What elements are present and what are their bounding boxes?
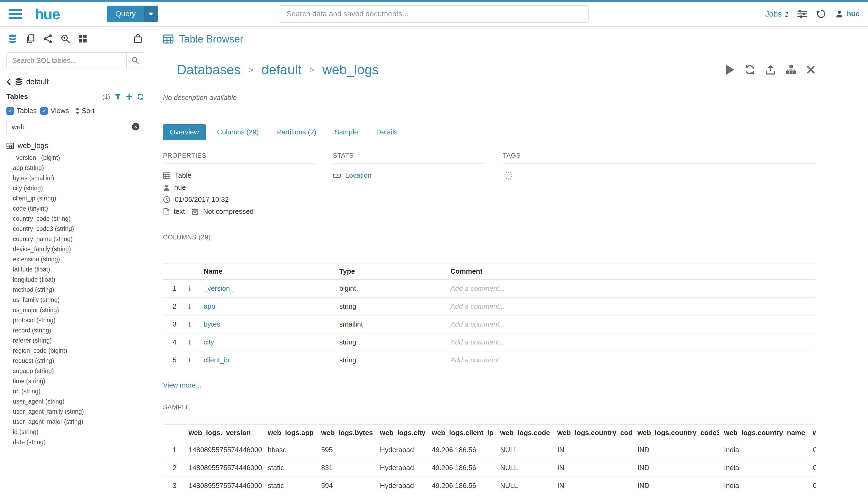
- apps-grid-icon[interactable]: [79, 34, 87, 43]
- add-icon[interactable]: [126, 93, 132, 100]
- sidebar-column-item[interactable]: record (string): [0, 325, 151, 336]
- column-name-link[interactable]: _version_: [204, 284, 234, 292]
- filter-funnel-icon[interactable]: [114, 93, 121, 100]
- column-name-link[interactable]: city: [204, 338, 214, 346]
- sidebar-column-item[interactable]: latitude (float): [0, 264, 151, 275]
- database-breadcrumb[interactable]: default: [0, 73, 151, 89]
- sidebar-column-item[interactable]: method (string): [0, 284, 151, 295]
- column-comment-placeholder[interactable]: Add a comment...: [445, 351, 816, 369]
- breadcrumb-database-default[interactable]: default: [262, 62, 302, 78]
- query-button[interactable]: Query: [107, 5, 144, 22]
- sidebar-column-item[interactable]: os_family (string): [0, 295, 151, 305]
- sidebar-column-item[interactable]: code (tinyint): [0, 203, 151, 214]
- sidebar-column-item[interactable]: referer (string): [0, 336, 151, 345]
- sidebar-column-item[interactable]: time (string): [0, 376, 151, 386]
- sample-table: web_logs._version_web_logs.appweb_logs.b…: [163, 424, 816, 494]
- sidebar-column-item[interactable]: extension (string): [0, 254, 151, 264]
- global-search-input[interactable]: [280, 5, 588, 23]
- history-icon[interactable]: [816, 9, 826, 19]
- query-dropdown-button[interactable]: [144, 5, 158, 22]
- column-name-link[interactable]: app: [204, 302, 215, 310]
- sidebar-column-item[interactable]: city (string): [0, 183, 151, 193]
- sidebar-column-item[interactable]: request (string): [0, 356, 151, 366]
- sidebar-column-item[interactable]: longitude (float): [0, 275, 151, 284]
- sample-header-index: [163, 425, 183, 441]
- column-comment-placeholder[interactable]: Add a comment...: [445, 297, 816, 315]
- info-icon[interactable]: i: [189, 356, 190, 364]
- sidebar-column-item[interactable]: protocol (string): [0, 315, 151, 325]
- columns-table: Name Type Comment 1i_version_bigintAdd a…: [163, 263, 816, 369]
- sidebar-column-item[interactable]: country_code3 (string): [0, 224, 151, 234]
- menu-icon[interactable]: [9, 9, 22, 19]
- sample-table-row: 11480895575574446000hbase595Hyderabad49.…: [163, 441, 816, 459]
- sidebar-column-item[interactable]: date (string): [0, 437, 151, 447]
- sample-table-container: web_logs._version_web_logs.appweb_logs.b…: [163, 424, 816, 494]
- tab-sample[interactable]: Sample: [328, 124, 365, 140]
- sidebar-column-item[interactable]: region_code (bigint): [0, 345, 151, 356]
- documents-icon[interactable]: [26, 34, 35, 43]
- sidebar-column-item[interactable]: device_family (string): [0, 244, 151, 254]
- username-label: hue: [847, 10, 859, 18]
- tab-overview[interactable]: Overview: [163, 124, 206, 140]
- sidebar-column-item[interactable]: subapp (string): [0, 366, 151, 376]
- properties-section: PROPERTIES Table hue: [163, 152, 315, 218]
- sample-cell: Hyderabad: [375, 459, 426, 477]
- sidebar-column-item[interactable]: user_agent_major (string): [0, 417, 151, 427]
- tab-details[interactable]: Details: [369, 124, 404, 140]
- sidebar-column-item[interactable]: os_major (string): [0, 305, 151, 315]
- sidebar-column-item[interactable]: url (string): [0, 386, 151, 396]
- sliders-icon[interactable]: [798, 10, 807, 18]
- sidebar-column-item[interactable]: _version_ (bigint): [0, 153, 151, 163]
- tab-partitions-2[interactable]: Partitions (2): [270, 124, 323, 140]
- column-comment-placeholder[interactable]: Add a comment...: [445, 315, 816, 333]
- info-icon[interactable]: i: [189, 284, 190, 292]
- user-menu[interactable]: hue: [835, 10, 859, 18]
- sort-toggle[interactable]: Sort: [75, 107, 95, 115]
- refresh-icon[interactable]: [137, 93, 144, 100]
- sidebar-column-item[interactable]: user_agent_family (string): [0, 406, 151, 417]
- sidebar-column-item[interactable]: app (string): [0, 163, 151, 173]
- view-more-link[interactable]: View more...: [163, 381, 202, 389]
- tables-checkbox[interactable]: ✓ Tables: [6, 107, 36, 115]
- database-icon: [15, 78, 22, 86]
- share-nodes-icon[interactable]: [43, 34, 52, 43]
- column-comment-placeholder[interactable]: Add a comment...: [445, 280, 816, 297]
- sql-sources-icon[interactable]: [8, 34, 17, 43]
- column-comment-placeholder[interactable]: Add a comment...: [445, 333, 816, 351]
- tab-columns-29[interactable]: Columns (29): [210, 124, 266, 140]
- sidebar-column-item[interactable]: client_ip (string): [0, 193, 151, 203]
- column-name-link[interactable]: bytes: [204, 320, 220, 328]
- sidebar-table-web-logs[interactable]: web_logs: [0, 136, 151, 153]
- sidebar-column-item[interactable]: user_agent (string): [0, 396, 151, 406]
- query-play-icon[interactable]: [725, 64, 735, 75]
- table-description[interactable]: No description available: [163, 94, 816, 102]
- importer-bag-icon[interactable]: [133, 34, 143, 44]
- breadcrumb-table-web-logs[interactable]: web_logs: [322, 62, 379, 78]
- hue-logo[interactable]: hue: [35, 5, 60, 23]
- lineage-sitemap-icon[interactable]: [785, 64, 797, 75]
- sql-tables-search-button[interactable]: [126, 52, 144, 68]
- column-name-link[interactable]: client_ip: [204, 356, 229, 364]
- upload-icon[interactable]: [765, 64, 776, 75]
- sidebar-column-item[interactable]: id (string): [0, 427, 151, 437]
- info-icon[interactable]: i: [189, 303, 190, 310]
- info-icon[interactable]: i: [189, 321, 190, 328]
- info-icon[interactable]: i: [189, 338, 190, 346]
- column-row-number: 4: [163, 333, 183, 351]
- breadcrumb-databases[interactable]: Databases: [177, 62, 241, 78]
- views-checkbox[interactable]: ✓ Views: [40, 107, 69, 115]
- page-header: Table Browser: [151, 27, 868, 51]
- sample-column-header: w: [807, 425, 816, 441]
- clear-filter-icon[interactable]: ✕: [132, 123, 140, 130]
- sidebar-column-item[interactable]: bytes (smallint): [0, 173, 151, 183]
- sidebar-column-item[interactable]: country_name (string): [0, 234, 151, 244]
- sidebar-column-item[interactable]: country_code (string): [0, 214, 151, 224]
- table-filter-input[interactable]: [6, 120, 144, 134]
- location-link[interactable]: Location: [345, 171, 372, 180]
- refresh-icon[interactable]: [744, 64, 756, 76]
- jobs-link[interactable]: Jobs 2: [765, 10, 788, 18]
- close-icon[interactable]: [806, 65, 816, 75]
- sql-tables-search-input[interactable]: [6, 52, 126, 68]
- search-zoom-icon[interactable]: [61, 34, 70, 43]
- sample-column-header: web_logs.city: [375, 425, 426, 441]
